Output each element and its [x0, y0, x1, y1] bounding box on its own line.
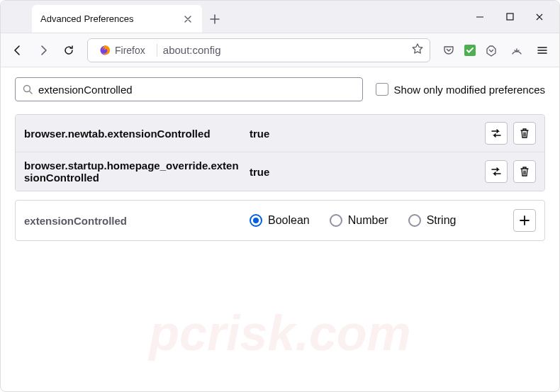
radio-number[interactable]: Number — [330, 214, 388, 227]
radio-icon — [408, 214, 421, 227]
minimize-icon — [476, 13, 484, 21]
search-row: Show only modified preferences — [15, 77, 545, 101]
watermark: pcrisk.com — [82, 286, 478, 386]
radio-boolean[interactable]: Boolean — [250, 214, 310, 227]
radio-icon — [250, 214, 262, 227]
maximize-icon — [506, 13, 514, 21]
delete-button[interactable] — [513, 122, 536, 145]
search-input[interactable] — [38, 84, 355, 96]
gauge-icon — [510, 44, 523, 57]
radio-label: String — [427, 214, 457, 227]
extension-button[interactable] — [463, 43, 477, 57]
firefox-icon — [99, 45, 111, 56]
page-content: Show only modified preferences browser.n… — [1, 67, 559, 251]
svg-point-3 — [24, 86, 30, 92]
arrow-left-icon — [12, 45, 23, 56]
preferences-list: browser.newtab.extensionControlled true … — [15, 114, 545, 191]
toggle-icon — [490, 165, 503, 178]
plus-icon — [210, 14, 220, 24]
account-icon — [485, 44, 498, 57]
close-icon — [184, 16, 191, 23]
add-pref-name: extensionControlled — [24, 215, 244, 227]
browser-toolbar: Firefox — [1, 33, 559, 67]
trash-icon — [519, 128, 530, 139]
site-identity[interactable]: Firefox — [94, 43, 151, 57]
radio-icon — [330, 214, 342, 227]
back-button[interactable] — [6, 39, 29, 62]
address-bar[interactable]: Firefox — [87, 38, 430, 62]
type-radio-group: Boolean Number String — [250, 214, 508, 227]
close-icon — [535, 13, 544, 21]
toggle-icon — [490, 127, 503, 140]
trash-icon — [519, 166, 530, 177]
window-controls — [466, 1, 559, 33]
delete-button[interactable] — [513, 160, 536, 183]
extension-icon — [464, 44, 476, 57]
svg-rect-0 — [507, 13, 513, 20]
plus-icon — [519, 215, 530, 226]
hamburger-icon — [537, 45, 548, 56]
tab-title: Advanced Preferences — [40, 13, 177, 24]
close-tab-button[interactable] — [182, 13, 194, 25]
pref-value: true — [250, 128, 479, 140]
menu-button[interactable] — [531, 39, 554, 62]
checkbox-icon — [376, 83, 388, 96]
reload-icon — [63, 45, 74, 56]
url-input[interactable] — [163, 44, 405, 56]
show-modified-checkbox[interactable]: Show only modified preferences — [376, 83, 545, 96]
identity-label: Firefox — [115, 45, 145, 56]
search-icon — [23, 84, 33, 94]
arrow-right-icon — [38, 45, 49, 56]
pocket-button[interactable] — [437, 39, 460, 62]
downloads-button[interactable] — [505, 39, 528, 62]
account-button[interactable] — [480, 39, 503, 62]
svg-text:pcrisk.com: pcrisk.com — [147, 306, 411, 361]
divider — [157, 44, 157, 57]
toggle-button[interactable] — [485, 160, 508, 183]
maximize-button[interactable] — [495, 6, 524, 28]
pocket-icon — [443, 45, 454, 56]
browser-tab[interactable]: Advanced Preferences — [32, 5, 202, 33]
reload-button[interactable] — [57, 39, 80, 62]
radio-string[interactable]: String — [408, 214, 457, 227]
pref-name: browser.startup.homepage_override.extens… — [24, 159, 244, 184]
add-button[interactable] — [513, 209, 536, 232]
add-pref-row: extensionControlled Boolean Number Strin… — [15, 200, 545, 241]
minimize-button[interactable] — [466, 6, 494, 28]
radio-label: Boolean — [268, 214, 310, 227]
pref-row: browser.newtab.extensionControlled true — [16, 115, 544, 152]
pref-value: true — [250, 166, 479, 178]
radio-label: Number — [348, 214, 388, 227]
star-icon — [411, 43, 424, 55]
forward-button[interactable] — [32, 39, 55, 62]
new-tab-button[interactable] — [205, 5, 225, 33]
search-box[interactable] — [15, 77, 363, 101]
checkbox-label: Show only modified preferences — [394, 84, 545, 96]
bookmark-button[interactable] — [411, 43, 424, 58]
pref-name: browser.newtab.extensionControlled — [24, 128, 244, 140]
titlebar: Advanced Preferences — [1, 1, 559, 33]
pref-row: browser.startup.homepage_override.extens… — [16, 152, 544, 191]
close-window-button[interactable] — [525, 6, 554, 28]
toggle-button[interactable] — [485, 122, 508, 145]
